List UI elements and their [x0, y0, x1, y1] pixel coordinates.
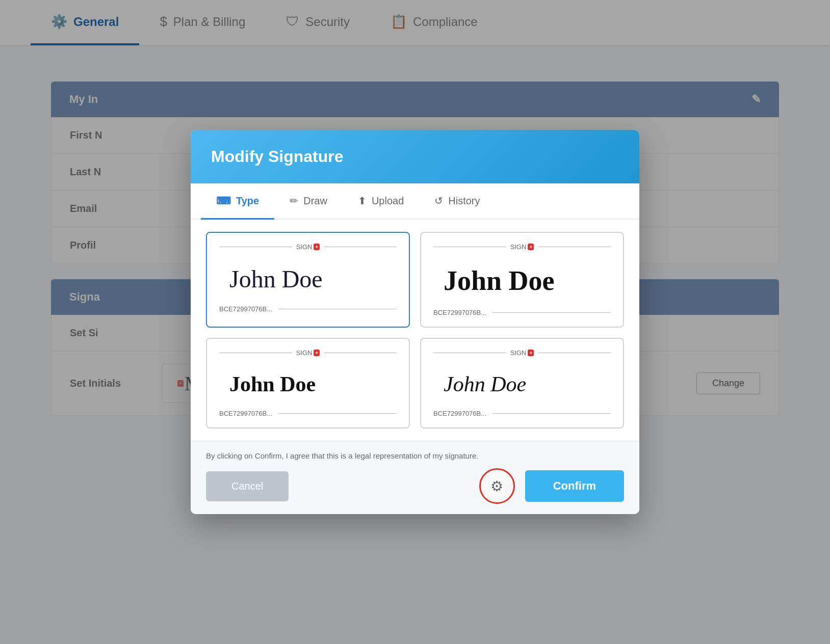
modal-tab-history[interactable]: ↺ History — [419, 183, 495, 220]
modal-title: Modify Signature — [211, 147, 619, 166]
history-icon: ↺ — [434, 195, 443, 207]
modal-tab-upload-label: Upload — [372, 195, 404, 207]
signature-name-1: John Doe — [219, 258, 397, 300]
sign-plus-2: SIGN+ — [510, 243, 534, 251]
modal-header: Modify Signature — [191, 130, 639, 183]
signature-name-3: John Doe — [219, 364, 397, 405]
modal-tab-history-label: History — [448, 195, 480, 207]
signature-card-2[interactable]: SIGN+ John Doe BCE72997076B... — [420, 232, 624, 328]
sig-code-4: BCE72997076B... — [433, 410, 486, 417]
sign-plus-3: SIGN+ — [296, 349, 320, 357]
signature-card-4[interactable]: SIGN+ John Doe BCE72997076B... — [420, 338, 624, 428]
sign-plus-1: SIGN+ — [296, 243, 320, 251]
confirm-button[interactable]: Confirm — [525, 470, 624, 502]
signature-card-3[interactable]: SIGN+ John Doe BCE72997076B... — [206, 338, 410, 428]
modal-overlay: Modify Signature ⌨ Type ✏ Draw ⬆ Upload … — [0, 0, 830, 644]
cancel-button[interactable]: Cancel — [206, 471, 289, 501]
settings-circle-button[interactable]: ⚙ — [479, 468, 515, 504]
signature-name-4: John Doe — [433, 364, 611, 405]
signature-card-1[interactable]: SIGN+ John Doe BCE72997076B... — [206, 232, 410, 328]
signature-grid: SIGN+ John Doe BCE72997076B... SIGN+ Joh… — [191, 220, 639, 441]
legal-text: By clicking on Confirm, I agree that thi… — [206, 451, 624, 460]
sig-code-3: BCE72997076B... — [219, 410, 272, 417]
modify-signature-modal: Modify Signature ⌨ Type ✏ Draw ⬆ Upload … — [191, 130, 639, 514]
signature-name-2: John Doe — [433, 258, 611, 304]
modal-tabs: ⌨ Type ✏ Draw ⬆ Upload ↺ History — [191, 183, 639, 220]
keyboard-icon: ⌨ — [216, 195, 231, 207]
footer-actions: Cancel ⚙ Confirm — [206, 468, 624, 504]
modal-tab-type[interactable]: ⌨ Type — [201, 183, 274, 220]
sig-code-1: BCE72997076B... — [219, 305, 272, 313]
modal-tab-draw-label: Draw — [303, 195, 327, 207]
pen-icon: ✏ — [290, 195, 298, 207]
sign-plus-4: SIGN+ — [510, 349, 534, 357]
sig-code-2: BCE72997076B... — [433, 309, 486, 316]
modal-tab-type-label: Type — [236, 195, 259, 207]
modal-tab-draw[interactable]: ✏ Draw — [274, 183, 343, 220]
settings-gear-icon: ⚙ — [490, 478, 503, 495]
upload-icon: ⬆ — [358, 195, 367, 207]
modal-tab-upload[interactable]: ⬆ Upload — [343, 183, 419, 220]
modal-footer: By clicking on Confirm, I agree that thi… — [191, 441, 639, 514]
